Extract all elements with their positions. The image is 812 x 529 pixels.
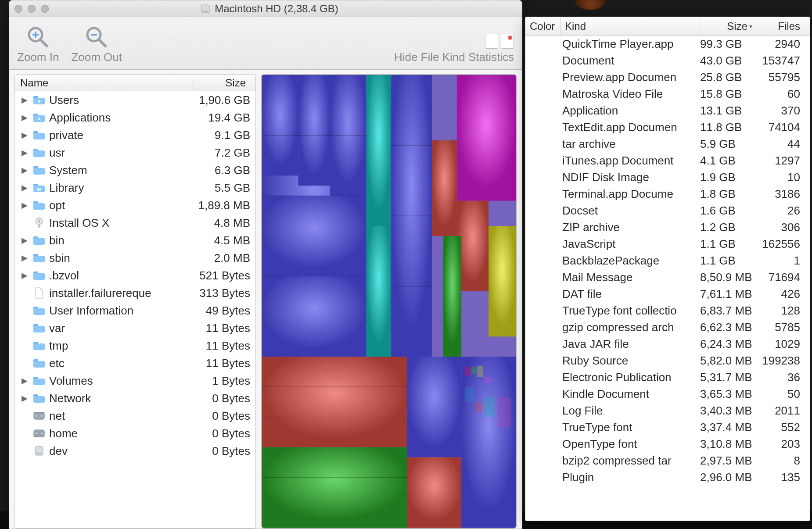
zoom-out-label: Zoom Out bbox=[71, 50, 122, 64]
column-header-kind[interactable]: Kind bbox=[560, 17, 700, 35]
disclosure-triangle-icon[interactable]: ▶ bbox=[20, 113, 29, 122]
stats-row[interactable]: DAT file7,61.1 MB426 bbox=[525, 286, 810, 302]
file-size: 11 Bytes bbox=[187, 322, 255, 335]
column-header-size[interactable]: Size ▾ bbox=[700, 17, 757, 35]
close-button[interactable] bbox=[14, 5, 22, 13]
stats-row[interactable]: Ruby Source5,82.0 MB199238 bbox=[525, 352, 810, 369]
file-tree-row[interactable]: ▶ bin4.5 MB bbox=[15, 232, 255, 249]
disclosure-triangle-icon[interactable]: ▶ bbox=[20, 130, 29, 140]
stats-row[interactable]: Document43.0 GB153747 bbox=[525, 52, 810, 69]
stats-row[interactable]: Log File3,40.3 MB2011 bbox=[525, 402, 810, 419]
stats-row[interactable]: TextEdit.app Documen11.8 GB74104 bbox=[525, 119, 810, 136]
stats-row[interactable]: Preview.app Documen25.8 GB55795 bbox=[525, 69, 810, 86]
stats-row[interactable]: TrueType font collectio6,83.7 MB128 bbox=[525, 302, 810, 319]
file-name: Users bbox=[49, 93, 184, 107]
disclosure-triangle-icon[interactable]: ▶ bbox=[20, 183, 29, 193]
stats-row[interactable]: Application13.1 GB370 bbox=[525, 102, 810, 119]
zoom-out-button[interactable]: Zoom Out bbox=[71, 25, 122, 64]
disclosure-triangle-icon[interactable]: ▶ bbox=[20, 253, 29, 263]
kind-name: Electronic Publication bbox=[560, 371, 700, 384]
column-header-color[interactable]: Color bbox=[525, 17, 560, 35]
column-header-size-label: Size bbox=[727, 20, 747, 32]
svg-rect-59 bbox=[262, 196, 366, 276]
file-tree-body[interactable]: ▶ Users1,90.6 GB▶ AApplications19.4 GB▶ … bbox=[15, 91, 255, 528]
stats-row[interactable]: Docset1.6 GB26 bbox=[525, 202, 810, 219]
stats-row[interactable]: Java JAR file6,24.3 MB1029 bbox=[525, 336, 810, 352]
window-title: Macintosh HD (2,38.4 GB) bbox=[53, 3, 486, 15]
stats-row[interactable]: ZIP archive1.2 GB306 bbox=[525, 219, 810, 236]
file-tree-row[interactable]: ▶ sbin2.0 MB bbox=[15, 249, 255, 267]
stats-row[interactable]: tar archive5.9 GB44 bbox=[525, 136, 810, 152]
file-tree-row[interactable]: ▶ private9.1 GB bbox=[15, 126, 255, 144]
minimize-button[interactable] bbox=[28, 5, 36, 13]
file-tree-row[interactable]: ▶ System6.3 GB bbox=[15, 161, 255, 179]
treemap-panel[interactable] bbox=[261, 74, 517, 529]
disclosure-triangle-icon[interactable]: ▶ bbox=[20, 393, 29, 403]
file-tree-row[interactable]: home0 Bytes bbox=[15, 425, 255, 442]
stats-row[interactable]: Kindle Document3,65.3 MB50 bbox=[525, 386, 810, 402]
file-tree-row[interactable]: tmp11 Bytes bbox=[15, 337, 255, 354]
zoom-button[interactable] bbox=[41, 5, 49, 13]
file-tree-row[interactable]: var11 Bytes bbox=[15, 319, 255, 337]
toggle-statistics-button[interactable]: Hide File Kind Statistics bbox=[394, 34, 514, 64]
disclosure-triangle-icon[interactable]: ▶ bbox=[20, 165, 29, 175]
stats-row[interactable]: Mail Message8,50.9 MB71694 bbox=[525, 269, 810, 286]
zoom-in-button[interactable]: Zoom In bbox=[17, 25, 59, 64]
stats-body[interactable]: QuickTime Player.app99.3 GB2940Document4… bbox=[525, 36, 810, 521]
folder-icon bbox=[32, 200, 46, 211]
kind-size: 13.1 GB bbox=[700, 104, 757, 118]
stats-row[interactable]: iTunes.app Document4.1 GB1297 bbox=[525, 152, 810, 169]
file-tree-row[interactable]: ▶ Volumes1 Bytes bbox=[15, 372, 255, 390]
file-tree-row[interactable]: ▶ AApplications19.4 GB bbox=[15, 109, 255, 126]
svg-rect-30 bbox=[33, 238, 45, 245]
toggle-statistics-icon bbox=[485, 34, 514, 49]
stats-row[interactable]: Matroska Video File15.8 GB60 bbox=[525, 86, 810, 102]
stats-row[interactable]: gzip compressed arch6,62.3 MB5785 bbox=[525, 319, 810, 336]
stats-row[interactable]: BackblazePackage1.1 GB1 bbox=[525, 252, 810, 269]
disclosure-triangle-icon[interactable]: ▶ bbox=[20, 200, 29, 210]
file-tree-row[interactable]: installer.failurereque313 Bytes bbox=[15, 284, 255, 302]
svg-rect-18 bbox=[33, 150, 45, 157]
file-tree-row[interactable]: User Information49 Bytes bbox=[15, 302, 255, 319]
stats-row[interactable]: Terminal.app Docume1.8 GB3186 bbox=[525, 186, 810, 202]
column-header-files[interactable]: Files bbox=[757, 17, 810, 35]
column-header-name[interactable]: Name bbox=[15, 77, 194, 89]
file-tree-row[interactable]: ▶ opt1,89.8 MB bbox=[15, 197, 255, 214]
stats-row[interactable]: Plugin2,96.0 MB135 bbox=[525, 469, 810, 486]
stats-row[interactable]: OpenType font3,10.8 MB203 bbox=[525, 436, 810, 452]
file-size: 5.5 GB bbox=[187, 181, 255, 195]
file-tree-row[interactable]: ▶ Network0 Bytes bbox=[15, 390, 255, 407]
file-tree-row[interactable]: etc11 Bytes bbox=[15, 354, 255, 372]
file-tree-row[interactable]: XInstall OS X4.8 MB bbox=[15, 214, 255, 232]
disclosure-triangle-icon[interactable]: ▶ bbox=[20, 376, 29, 386]
titlebar[interactable]: Macintosh HD (2,38.4 GB) bbox=[9, 0, 522, 17]
toggle-statistics-label: Hide File Kind Statistics bbox=[394, 50, 514, 64]
kind-files: 74104 bbox=[757, 121, 810, 134]
file-tree-row[interactable]: ▶ Users1,90.6 GB bbox=[15, 91, 255, 109]
svg-rect-66 bbox=[457, 201, 489, 291]
file-tree-row[interactable]: ▶ usr7.2 GB bbox=[15, 144, 255, 161]
disclosure-triangle-icon[interactable]: ▶ bbox=[20, 148, 29, 157]
file-tree-row[interactable]: ▶ Library5.5 GB bbox=[15, 179, 255, 197]
kind-files: 5785 bbox=[757, 321, 810, 334]
disclosure-triangle-icon[interactable]: ▶ bbox=[20, 236, 29, 245]
stats-row[interactable]: bzip2 compressed tar2,97.5 MB8 bbox=[525, 452, 810, 469]
stats-row[interactable]: NDIF Disk Image1.9 GB10 bbox=[525, 169, 810, 186]
kind-files: 370 bbox=[757, 104, 810, 118]
disclosure-triangle-icon[interactable]: ▶ bbox=[20, 95, 29, 105]
file-tree-row[interactable]: ▶ .bzvol521 Bytes bbox=[15, 267, 255, 284]
stats-row[interactable]: QuickTime Player.app99.3 GB2940 bbox=[525, 36, 810, 52]
stats-row[interactable]: JavaScript1.1 GB162556 bbox=[525, 236, 810, 252]
disclosure-triangle-icon[interactable]: ▶ bbox=[20, 271, 29, 280]
stats-row[interactable]: TrueType font3,37.4 MB552 bbox=[525, 419, 810, 436]
svg-rect-56 bbox=[262, 75, 298, 175]
file-tree-row[interactable]: dev0 Bytes bbox=[15, 442, 255, 460]
svg-rect-72 bbox=[407, 457, 461, 528]
stats-row[interactable]: Electronic Publication5,31.7 MB36 bbox=[525, 369, 810, 386]
column-header-size[interactable]: Size bbox=[194, 77, 255, 89]
file-name: User Information bbox=[49, 304, 184, 318]
svg-rect-20 bbox=[33, 168, 45, 175]
file-tree-row[interactable]: net0 Bytes bbox=[15, 407, 255, 425]
file-name: Applications bbox=[49, 111, 184, 125]
kind-name: iTunes.app Document bbox=[560, 154, 700, 168]
